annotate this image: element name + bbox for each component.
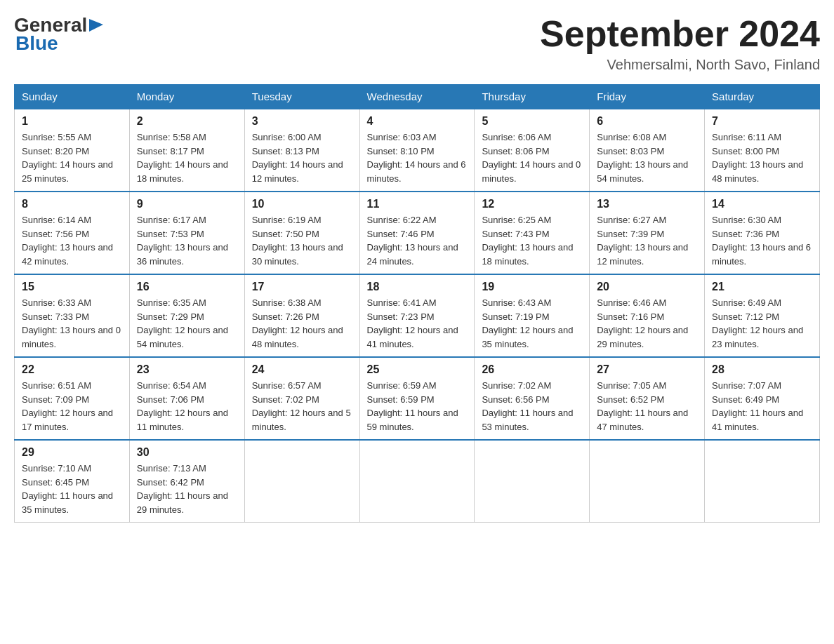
day-info: Sunrise: 5:58 AMSunset: 8:17 PMDaylight:…: [137, 130, 237, 185]
day-cell-6: 6Sunrise: 6:08 AMSunset: 8:03 PMDaylight…: [590, 109, 705, 192]
day-info: Sunrise: 6:22 AMSunset: 7:46 PMDaylight:…: [367, 213, 468, 268]
day-number: 19: [482, 281, 582, 293]
day-info: Sunrise: 6:06 AMSunset: 8:06 PMDaylight:…: [482, 130, 582, 185]
day-cell-15: 15Sunrise: 6:33 AMSunset: 7:33 PMDayligh…: [15, 274, 130, 357]
day-cell-20: 20Sunrise: 6:46 AMSunset: 7:16 PMDayligh…: [590, 274, 705, 357]
day-number: 25: [367, 363, 468, 376]
day-info: Sunrise: 6:30 AMSunset: 7:36 PMDaylight:…: [712, 213, 812, 268]
empty-cell: [244, 440, 359, 523]
day-info: Sunrise: 6:38 AMSunset: 7:26 PMDaylight:…: [252, 296, 352, 351]
day-cell-21: 21Sunrise: 6:49 AMSunset: 7:12 PMDayligh…: [705, 274, 820, 357]
day-number: 23: [137, 363, 237, 376]
day-number: 22: [22, 363, 122, 376]
day-info: Sunrise: 7:13 AMSunset: 6:42 PMDaylight:…: [137, 462, 237, 516]
day-number: 4: [367, 115, 468, 128]
day-cell-1: 1Sunrise: 5:55 AMSunset: 8:20 PMDaylight…: [15, 109, 130, 192]
svg-marker-0: [89, 19, 103, 32]
day-cell-8: 8Sunrise: 6:14 AMSunset: 7:56 PMDaylight…: [15, 192, 130, 274]
day-info: Sunrise: 6:49 AMSunset: 7:12 PMDaylight:…: [712, 296, 812, 351]
day-info: Sunrise: 7:10 AMSunset: 6:45 PMDaylight:…: [22, 462, 122, 516]
calendar-header-wednesday: Wednesday: [359, 85, 475, 109]
day-cell-7: 7Sunrise: 6:11 AMSunset: 8:00 PMDaylight…: [705, 109, 820, 192]
calendar-header-tuesday: Tuesday: [244, 85, 359, 109]
calendar-header-thursday: Thursday: [475, 85, 590, 109]
calendar-header-friday: Friday: [590, 85, 705, 109]
week-row-5: 29Sunrise: 7:10 AMSunset: 6:45 PMDayligh…: [15, 440, 820, 523]
logo: General Blue: [14, 14, 105, 55]
day-number: 2: [137, 115, 237, 128]
day-cell-5: 5Sunrise: 6:06 AMSunset: 8:06 PMDaylight…: [475, 109, 590, 192]
day-info: Sunrise: 6:14 AMSunset: 7:56 PMDaylight:…: [22, 213, 122, 268]
day-info: Sunrise: 6:19 AMSunset: 7:50 PMDaylight:…: [252, 213, 352, 268]
day-cell-26: 26Sunrise: 7:02 AMSunset: 6:56 PMDayligh…: [475, 357, 590, 440]
day-info: Sunrise: 6:11 AMSunset: 8:00 PMDaylight:…: [712, 130, 812, 185]
day-info: Sunrise: 6:25 AMSunset: 7:43 PMDaylight:…: [482, 213, 582, 268]
day-cell-18: 18Sunrise: 6:41 AMSunset: 7:23 PMDayligh…: [359, 274, 475, 357]
empty-cell: [705, 440, 820, 523]
day-number: 10: [252, 198, 352, 210]
day-info: Sunrise: 6:59 AMSunset: 6:59 PMDaylight:…: [367, 379, 468, 434]
day-cell-17: 17Sunrise: 6:38 AMSunset: 7:26 PMDayligh…: [244, 274, 359, 357]
week-row-1: 1Sunrise: 5:55 AMSunset: 8:20 PMDaylight…: [15, 109, 820, 192]
day-cell-14: 14Sunrise: 6:30 AMSunset: 7:36 PMDayligh…: [705, 192, 820, 274]
day-number: 7: [712, 115, 812, 128]
day-cell-2: 2Sunrise: 5:58 AMSunset: 8:17 PMDaylight…: [129, 109, 244, 192]
page-header: General Blue September 2024 Vehmersalmi,…: [14, 14, 820, 73]
day-info: Sunrise: 6:51 AMSunset: 7:09 PMDaylight:…: [22, 379, 122, 434]
week-row-2: 8Sunrise: 6:14 AMSunset: 7:56 PMDaylight…: [15, 192, 820, 274]
calendar-header-saturday: Saturday: [705, 85, 820, 109]
week-row-3: 15Sunrise: 6:33 AMSunset: 7:33 PMDayligh…: [15, 274, 820, 357]
week-row-4: 22Sunrise: 6:51 AMSunset: 7:09 PMDayligh…: [15, 357, 820, 440]
empty-cell: [475, 440, 590, 523]
day-info: Sunrise: 5:55 AMSunset: 8:20 PMDaylight:…: [22, 130, 122, 185]
day-number: 18: [367, 281, 468, 293]
day-info: Sunrise: 6:57 AMSunset: 7:02 PMDaylight:…: [252, 379, 352, 434]
day-info: Sunrise: 6:33 AMSunset: 7:33 PMDaylight:…: [22, 296, 122, 351]
day-number: 29: [22, 446, 122, 459]
day-number: 20: [597, 281, 697, 293]
day-number: 11: [367, 198, 468, 210]
day-number: 3: [252, 115, 352, 128]
day-cell-28: 28Sunrise: 7:07 AMSunset: 6:49 PMDayligh…: [705, 357, 820, 440]
calendar-header-monday: Monday: [129, 85, 244, 109]
day-number: 14: [712, 198, 812, 210]
day-cell-22: 22Sunrise: 6:51 AMSunset: 7:09 PMDayligh…: [15, 357, 130, 440]
day-info: Sunrise: 6:00 AMSunset: 8:13 PMDaylight:…: [252, 130, 352, 185]
day-cell-13: 13Sunrise: 6:27 AMSunset: 7:39 PMDayligh…: [590, 192, 705, 274]
calendar-subtitle: Vehmersalmi, North Savo, Finland: [540, 57, 820, 73]
calendar-header-row: SundayMondayTuesdayWednesdayThursdayFrid…: [15, 85, 820, 109]
calendar-title: September 2024: [540, 14, 820, 54]
day-number: 5: [482, 115, 582, 128]
title-block: September 2024 Vehmersalmi, North Savo, …: [540, 14, 820, 73]
day-cell-30: 30Sunrise: 7:13 AMSunset: 6:42 PMDayligh…: [129, 440, 244, 523]
day-number: 17: [252, 281, 352, 293]
day-info: Sunrise: 6:27 AMSunset: 7:39 PMDaylight:…: [597, 213, 697, 268]
day-number: 26: [482, 363, 582, 376]
day-cell-10: 10Sunrise: 6:19 AMSunset: 7:50 PMDayligh…: [244, 192, 359, 274]
day-cell-23: 23Sunrise: 6:54 AMSunset: 7:06 PMDayligh…: [129, 357, 244, 440]
day-info: Sunrise: 6:03 AMSunset: 8:10 PMDaylight:…: [367, 130, 468, 185]
logo-blue-text: Blue: [15, 32, 58, 55]
day-number: 24: [252, 363, 352, 376]
day-info: Sunrise: 6:43 AMSunset: 7:19 PMDaylight:…: [482, 296, 582, 351]
day-number: 6: [597, 115, 697, 128]
day-cell-29: 29Sunrise: 7:10 AMSunset: 6:45 PMDayligh…: [15, 440, 130, 523]
day-number: 30: [137, 446, 237, 459]
day-number: 21: [712, 281, 812, 293]
day-cell-25: 25Sunrise: 6:59 AMSunset: 6:59 PMDayligh…: [359, 357, 475, 440]
day-number: 12: [482, 198, 582, 210]
day-number: 28: [712, 363, 812, 376]
day-cell-3: 3Sunrise: 6:00 AMSunset: 8:13 PMDaylight…: [244, 109, 359, 192]
day-number: 13: [597, 198, 697, 210]
empty-cell: [590, 440, 705, 523]
day-number: 27: [597, 363, 697, 376]
day-cell-27: 27Sunrise: 7:05 AMSunset: 6:52 PMDayligh…: [590, 357, 705, 440]
day-info: Sunrise: 6:17 AMSunset: 7:53 PMDaylight:…: [137, 213, 237, 268]
day-cell-19: 19Sunrise: 6:43 AMSunset: 7:19 PMDayligh…: [475, 274, 590, 357]
day-number: 15: [22, 281, 122, 293]
calendar-table: SundayMondayTuesdayWednesdayThursdayFrid…: [14, 84, 820, 523]
day-cell-12: 12Sunrise: 6:25 AMSunset: 7:43 PMDayligh…: [475, 192, 590, 274]
day-number: 16: [137, 281, 237, 293]
day-info: Sunrise: 6:41 AMSunset: 7:23 PMDaylight:…: [367, 296, 468, 351]
day-number: 8: [22, 198, 122, 210]
